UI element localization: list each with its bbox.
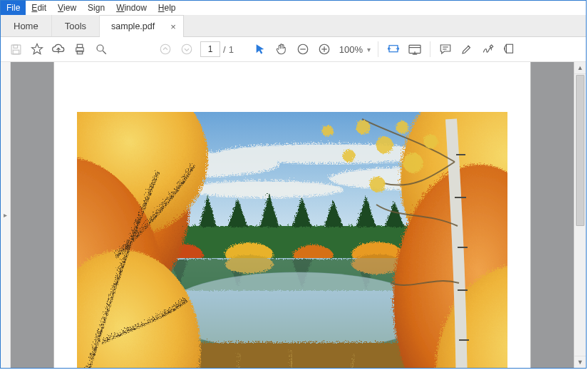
svg-point-86	[368, 175, 384, 191]
page-number-total: 1	[229, 44, 234, 55]
page-down-icon[interactable]	[176, 39, 197, 59]
scroll-up-icon[interactable]: ▲	[574, 62, 586, 74]
pdf-page	[54, 62, 530, 368]
page-up-icon[interactable]	[155, 39, 176, 59]
star-icon[interactable]	[26, 39, 48, 59]
menu-view[interactable]: View	[52, 1, 82, 15]
svg-rect-2	[13, 50, 19, 54]
close-tab-button[interactable]: ×	[170, 21, 176, 32]
cloud-share-icon[interactable]	[48, 39, 69, 59]
page-number: / 1	[197, 41, 237, 57]
svg-point-9	[160, 44, 170, 54]
zoom-level[interactable]: 100%	[335, 44, 364, 55]
svg-point-82	[355, 119, 369, 133]
svg-rect-5	[77, 44, 83, 48]
svg-rect-21	[507, 44, 513, 53]
svg-marker-3	[32, 44, 43, 54]
save-icon[interactable]	[5, 39, 26, 59]
vertical-scrollbar[interactable]: ▲ ▼	[574, 62, 586, 368]
comment-icon[interactable]	[435, 39, 456, 59]
svg-point-85	[402, 152, 422, 172]
page-number-sep: /	[223, 44, 226, 55]
toolbar: / 1 100% ▾	[1, 37, 586, 62]
svg-point-87	[341, 148, 354, 161]
read-mode-icon[interactable]	[404, 39, 425, 59]
svg-point-88	[321, 124, 332, 135]
tab-strip: Home Tools sample.pdf ×	[1, 15, 586, 37]
scroll-thumb[interactable]	[576, 75, 584, 226]
svg-rect-6	[77, 51, 83, 54]
zoom-in-icon[interactable]	[314, 39, 335, 59]
scroll-down-icon[interactable]: ▼	[574, 356, 586, 368]
print-icon[interactable]	[69, 39, 91, 59]
svg-rect-1	[13, 45, 17, 48]
tab-tools[interactable]: Tools	[52, 15, 100, 36]
page-number-input[interactable]	[200, 41, 220, 57]
svg-point-89	[423, 133, 437, 148]
svg-point-55	[224, 254, 272, 272]
menu-bar: File Edit View Sign Window Help	[1, 1, 586, 15]
panel-expand-icon[interactable]: ▸	[1, 62, 11, 368]
zoom-out-icon[interactable]	[292, 39, 314, 59]
svg-point-10	[182, 44, 192, 54]
menu-window[interactable]: Window	[110, 1, 153, 15]
selection-icon[interactable]	[249, 39, 271, 59]
more-tools-icon[interactable]	[499, 39, 520, 59]
hand-tool-icon[interactable]	[271, 39, 292, 59]
svg-point-7	[97, 45, 103, 51]
zoom-chevron-icon[interactable]: ▾	[364, 46, 373, 53]
menu-help[interactable]: Help	[153, 1, 182, 15]
highlight-icon[interactable]	[456, 39, 478, 59]
tab-home[interactable]: Home	[1, 15, 52, 36]
menu-edit[interactable]: Edit	[26, 1, 52, 15]
document-area	[11, 62, 574, 368]
svg-point-26	[184, 178, 341, 195]
sign-icon[interactable]	[478, 39, 499, 59]
menu-sign[interactable]: Sign	[82, 1, 110, 15]
menu-file[interactable]: File	[1, 1, 26, 15]
svg-point-84	[395, 120, 408, 133]
svg-point-83	[375, 135, 392, 153]
find-icon[interactable]	[91, 39, 112, 59]
page-image	[77, 112, 507, 368]
svg-line-8	[103, 51, 106, 54]
tab-document[interactable]: sample.pdf ×	[100, 15, 184, 37]
workspace: ▸	[1, 62, 586, 368]
fit-width-icon[interactable]	[383, 39, 404, 59]
tab-document-label: sample.pdf	[111, 21, 155, 31]
